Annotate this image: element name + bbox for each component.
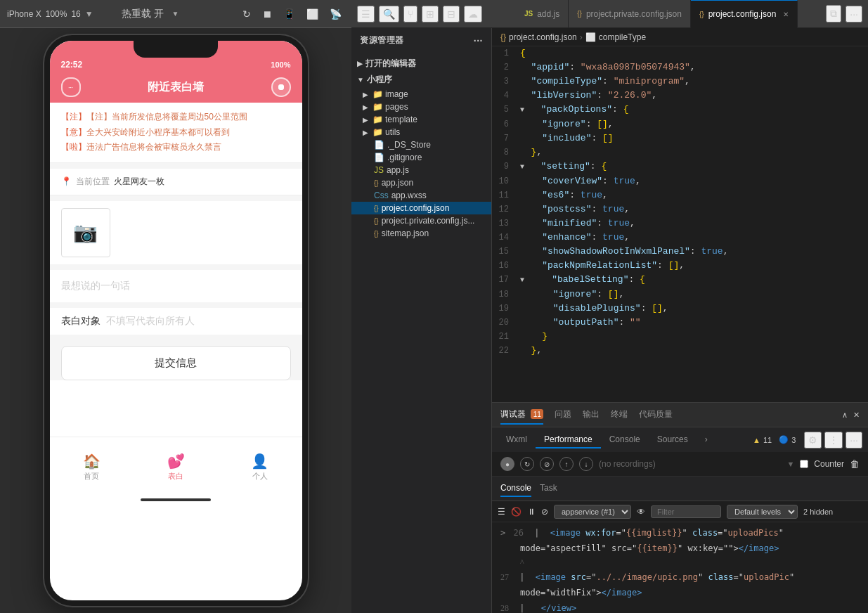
open-editors-header[interactable]: ▶ 打开的编辑器 — [351, 56, 491, 72]
record-btn[interactable]: ● — [500, 457, 514, 471]
console-filter-input[interactable] — [651, 505, 721, 518]
perf-tab-more[interactable]: › — [697, 432, 716, 449]
refresh-btn[interactable]: ↻ — [240, 7, 254, 21]
folder-icon: 📁 — [373, 102, 382, 112]
phone-btn[interactable]: 📱 — [280, 7, 298, 21]
level-select[interactable]: Default levels — [727, 505, 798, 519]
appservice-select[interactable]: appservice (#1) — [554, 505, 631, 519]
perf-tab-performance[interactable]: Performance — [536, 432, 601, 449]
search-btn[interactable]: 🔍 — [379, 6, 399, 22]
debug-tab-terminal[interactable]: 终端 — [611, 406, 628, 425]
split-editor-btn[interactable]: ⧉ — [826, 5, 841, 22]
debug-tab-quality[interactable]: 代码质量 — [639, 406, 673, 425]
chevron-down-icon: ▼ — [172, 10, 179, 18]
more-actions-btn[interactable]: ··· — [846, 6, 862, 22]
appjs-label: app.js — [387, 165, 409, 175]
tab-config[interactable]: {} project.config.json ✕ — [691, 0, 798, 28]
file-appjson[interactable]: {} app.json — [351, 176, 491, 189]
recordings-dropdown[interactable]: ▼ — [786, 460, 794, 468]
perf-tab-sources[interactable]: Sources — [649, 432, 697, 449]
text-input-section[interactable]: 最想说的一句话 — [50, 270, 302, 302]
folder-pages[interactable]: ▶ 📁 pages — [351, 101, 491, 113]
wifi-btn[interactable]: 📡 — [327, 7, 344, 21]
code-editor[interactable]: 1 { 2 "appid": "wxa8a0987b05074943", 3 "… — [492, 46, 868, 402]
header-menu-btn[interactable]: ··· — [61, 77, 81, 97]
tab-home[interactable]: 🏠 首页 — [50, 437, 134, 493]
miniprogram-header[interactable]: ▼ 小程序 — [351, 72, 491, 88]
more-btn[interactable]: ⋮ — [824, 432, 843, 449]
file-gitignore[interactable]: 📄 .gitignore — [351, 151, 491, 164]
tab-profile[interactable]: 👤 个人 — [218, 437, 302, 493]
reload-record-btn[interactable]: ↻ — [520, 457, 534, 471]
phone-content: 【注】【注】当前所发信息将覆盖周边50公里范围 【意】全大兴安岭附近小程序基本都… — [50, 103, 302, 380]
folder-image[interactable]: ▶ 📁 image — [351, 88, 491, 101]
image-upload-placeholder[interactable]: 📷 — [61, 208, 110, 257]
settings-btn[interactable]: ⚙ — [804, 432, 822, 449]
stop-record-btn[interactable]: ⊘ — [540, 457, 554, 471]
folder-utils[interactable]: ▶ 📁 utils — [351, 126, 491, 138]
header-record-btn[interactable]: ⏺ — [271, 77, 291, 97]
status-battery: 100% — [271, 60, 290, 69]
dots-btn[interactable]: ··· — [846, 432, 862, 449]
hot-reload-btn[interactable]: 热重载 开 — [119, 6, 167, 22]
download-btn[interactable]: ↓ — [579, 457, 593, 471]
file-appwxss[interactable]: Css app.wxss — [351, 189, 491, 202]
console-stop-btn[interactable]: ⊘ — [541, 507, 548, 517]
tablet-btn[interactable]: ⬜ — [304, 7, 321, 21]
source-control-btn[interactable]: ⑂ — [403, 6, 417, 22]
eye-icon[interactable]: 👁 — [637, 507, 645, 517]
perf-tab-console[interactable]: Console — [601, 432, 649, 449]
debug-tab-output[interactable]: 输出 — [583, 406, 600, 425]
code-line-2: 2 "appid": "wxa8a0987b05074943", — [492, 60, 868, 75]
file-private-config[interactable]: {} project.private.config.js... — [351, 214, 491, 227]
collapse-btn[interactable]: ∧ — [842, 411, 848, 420]
console-line-26b: mode="aspectFill" src="{{item}}" wx:key=… — [492, 541, 868, 556]
trash-icon[interactable]: 🗑 — [850, 458, 860, 470]
close-debug-btn[interactable]: ✕ — [853, 411, 860, 420]
code-line-12: 12 "postcss": true, — [492, 202, 868, 217]
code-line-6: 6 "ignore": [], — [492, 117, 868, 131]
debug-tab-issues[interactable]: 问题 — [555, 406, 571, 425]
tab-addjs-label: add.js — [537, 9, 559, 19]
sidebar-toggle-btn[interactable]: ☰ — [357, 6, 375, 22]
tab-confess[interactable]: 💕 表白 — [134, 437, 218, 493]
bottom-panel: 调试器 11 问题 输出 终端 代码质量 ∧ ✕ Wxml — [492, 402, 868, 613]
debug-tab-debugger[interactable]: 调试器 11 — [500, 406, 543, 425]
console-tab-task[interactable]: Task — [540, 480, 557, 497]
json-file-icon-4: {} — [374, 230, 379, 238]
tab-addjs[interactable]: JS add.js — [516, 0, 569, 28]
location-value: 火星网友一枚 — [114, 176, 164, 188]
explorer-more-btn[interactable]: ··· — [474, 35, 483, 46]
file-sitemap[interactable]: {} sitemap.json — [351, 227, 491, 240]
layout-btn[interactable]: ⊟ — [443, 6, 460, 22]
console-tab-console[interactable]: Console — [500, 480, 531, 497]
console-line-28: 28 | </view> — [492, 600, 868, 613]
file-ds-store[interactable]: 📄 ._DS_Store — [351, 138, 491, 151]
console-menu-btn[interactable]: ☰ — [498, 507, 505, 517]
upload-btn[interactable]: ↑ — [559, 457, 574, 471]
console-pause-btn[interactable]: ⏸ — [527, 507, 536, 517]
perf-tabs: Wxml Performance Console Sources › — [498, 432, 716, 449]
file-project-config[interactable]: {} project.config.json — [351, 202, 491, 214]
tab-close-btn[interactable]: ✕ — [783, 11, 789, 18]
grid-btn[interactable]: ⊞ — [422, 6, 439, 22]
folder-template[interactable]: ▶ 📁 template — [351, 113, 491, 126]
warning-icon: ▲ — [753, 436, 760, 444]
counter-checkbox[interactable] — [800, 460, 808, 468]
folder-pages-label: pages — [385, 102, 408, 112]
debug-tabs-row: 调试器 11 问题 输出 终端 代码质量 ∧ ✕ — [492, 403, 868, 427]
code-lines: 1 { 2 "appid": "wxa8a0987b05074943", 3 "… — [492, 46, 868, 358]
perf-tab-wxml[interactable]: Wxml — [498, 432, 536, 449]
submit-section: 提交信息 — [61, 346, 291, 380]
cloud-btn[interactable]: ☁ — [464, 6, 482, 22]
folder-utils-label: utils — [385, 127, 400, 137]
console-clear-btn[interactable]: 🚫 — [511, 507, 522, 517]
tab-private-config[interactable]: {} project.private.config.json — [569, 0, 691, 28]
perf-toolbar: Wxml Performance Console Sources › ▲ 11 … — [492, 427, 868, 452]
phone-tab-bar: 🏠 首页 💕 表白 👤 个人 — [50, 437, 302, 493]
json-file-icon-3: {} — [374, 217, 379, 225]
stop-btn[interactable]: ⏹ — [259, 7, 275, 21]
sitemap-label: sitemap.json — [382, 228, 429, 238]
submit-button[interactable]: 提交信息 — [61, 346, 291, 380]
file-appjs[interactable]: JS app.js — [351, 164, 491, 176]
